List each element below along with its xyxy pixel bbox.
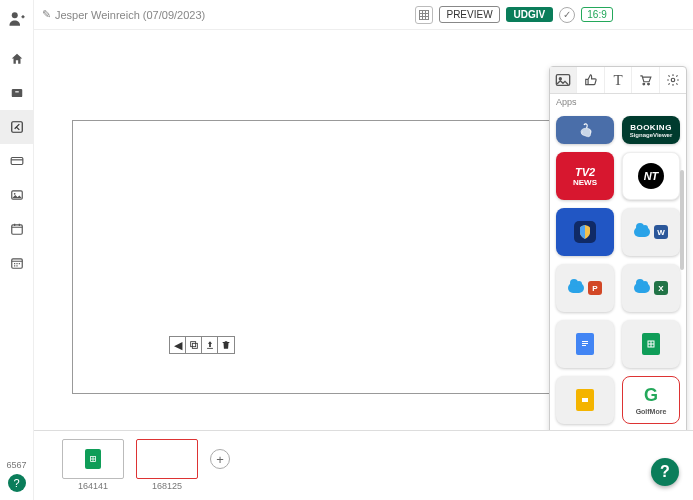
panel-tab-text[interactable]: T [605, 67, 632, 93]
panel-tab-settings[interactable] [660, 67, 686, 93]
svg-rect-11 [190, 342, 195, 347]
app-tile-google-sheets[interactable] [622, 320, 680, 368]
app-tile-google-docs[interactable] [556, 320, 614, 368]
nav-media[interactable] [0, 178, 34, 212]
right-panel: T Apps [549, 66, 687, 430]
svg-point-15 [643, 83, 645, 85]
preview-button[interactable]: PREVIEW [439, 6, 499, 23]
svg-rect-1 [12, 89, 23, 97]
panel-subtitle: Apps [550, 94, 686, 110]
app-tile-blue-app[interactable] [556, 208, 614, 256]
panel-tab-cart[interactable] [632, 67, 659, 93]
svg-point-6 [14, 193, 16, 195]
calendar-clock-icon [10, 222, 24, 236]
svg-rect-20 [582, 341, 588, 342]
panel-tab-images[interactable] [550, 67, 577, 93]
app-tile-onedrive-word[interactable]: W [622, 208, 680, 256]
upload-icon [205, 340, 215, 350]
google-slides-icon [576, 389, 594, 411]
archive-icon [10, 86, 24, 100]
svg-rect-12 [207, 348, 213, 349]
edit-icon [10, 120, 24, 134]
thumb-strip: 164141 168125 + [34, 430, 693, 500]
text-icon: T [613, 72, 622, 89]
panel-tabs: T [550, 67, 686, 94]
app-tile-tv2news[interactable]: TV2 NEWS [556, 152, 614, 200]
tool-copy[interactable] [186, 337, 202, 353]
status-check-icon[interactable]: ✓ [559, 7, 575, 23]
tool-delete[interactable] [218, 337, 234, 353]
aspect-ratio-badge[interactable]: 16:9 [581, 7, 612, 22]
image-icon [10, 188, 24, 202]
left-sidebar: 6567 ? [0, 0, 34, 500]
nav-home[interactable] [0, 42, 34, 76]
pencil-icon: ✎ [42, 8, 51, 21]
nav-payments[interactable] [0, 144, 34, 178]
svg-rect-4 [11, 158, 23, 165]
tool-upload[interactable] [202, 337, 218, 353]
svg-rect-22 [582, 345, 586, 346]
apps-scroll: BOOKING SignageViewer TV2 NEWS NT [550, 110, 686, 430]
shield-icon [579, 225, 591, 239]
svg-rect-9 [420, 10, 429, 19]
gear-icon [666, 73, 680, 87]
app-tile-golfmore[interactable]: G GolfMore [622, 376, 680, 424]
cloud-icon [568, 283, 584, 293]
thumb-1-label: 164141 [78, 481, 108, 491]
account-icon[interactable] [4, 6, 30, 32]
panel-scrollbar[interactable] [680, 170, 684, 270]
image-icon [555, 73, 571, 87]
app-tile-google-slides[interactable] [556, 376, 614, 424]
golfmore-label: GolfMore [636, 408, 667, 415]
app-tile-booking[interactable]: BOOKING SignageViewer [622, 116, 680, 144]
word-icon: W [654, 225, 668, 239]
help-fab[interactable]: ? [651, 458, 679, 486]
svg-point-17 [671, 78, 675, 82]
add-slide-button[interactable]: + [210, 449, 230, 469]
slide-canvas[interactable] [72, 120, 562, 394]
svg-rect-10 [192, 343, 197, 348]
nav-calendar[interactable] [0, 246, 34, 280]
document-title-wrap[interactable]: ✎ Jesper Weinreich (07/09/2023) [42, 8, 205, 21]
sidebar-help-icon[interactable]: ? [8, 474, 26, 492]
thumbs-up-icon [584, 73, 598, 87]
nt-label: NT [638, 163, 664, 189]
svg-rect-2 [15, 91, 19, 92]
excel-icon: X [654, 281, 668, 295]
thumb-2-label: 168125 [152, 481, 182, 491]
panel-tab-shapes[interactable] [577, 67, 604, 93]
nav-schedule[interactable] [0, 212, 34, 246]
calendar-icon [10, 256, 24, 270]
canvas-area: ◀ [34, 30, 693, 430]
copy-icon [189, 340, 199, 350]
home-icon [10, 52, 24, 66]
svg-rect-21 [582, 343, 588, 344]
app-tile-onedrive-ppt[interactable]: P [556, 264, 614, 312]
publish-button[interactable]: UDGIV [506, 7, 554, 22]
google-sheets-icon [642, 333, 660, 355]
app-tile-nt[interactable]: NT [622, 152, 680, 200]
slide-tools: ◀ [169, 336, 235, 354]
grid-toggle[interactable] [415, 6, 433, 24]
tv2-line2: NEWS [573, 178, 597, 187]
nav-editor[interactable] [0, 110, 34, 144]
thumb-1[interactable]: 164141 [62, 439, 124, 491]
booking-title: BOOKING [630, 123, 672, 132]
app-tile-onedrive-excel[interactable]: X [622, 264, 680, 312]
svg-rect-7 [12, 225, 23, 234]
google-sheets-icon [85, 449, 101, 469]
thumb-2[interactable]: 168125 [136, 439, 198, 491]
svg-point-16 [648, 83, 650, 85]
app-tile-touch[interactable] [556, 116, 614, 144]
tool-prev[interactable]: ◀ [170, 337, 186, 353]
question-icon: ? [660, 463, 670, 481]
svg-rect-26 [582, 398, 588, 402]
top-bar: ✎ Jesper Weinreich (07/09/2023) PREVIEW … [34, 0, 693, 30]
cart-icon [638, 73, 652, 87]
booking-sub: SignageViewer [630, 132, 673, 138]
trash-icon [221, 340, 231, 350]
main-area: ✎ Jesper Weinreich (07/09/2023) PREVIEW … [34, 0, 693, 500]
svg-point-14 [560, 78, 562, 80]
nav-archive[interactable] [0, 76, 34, 110]
cloud-icon [634, 283, 650, 293]
